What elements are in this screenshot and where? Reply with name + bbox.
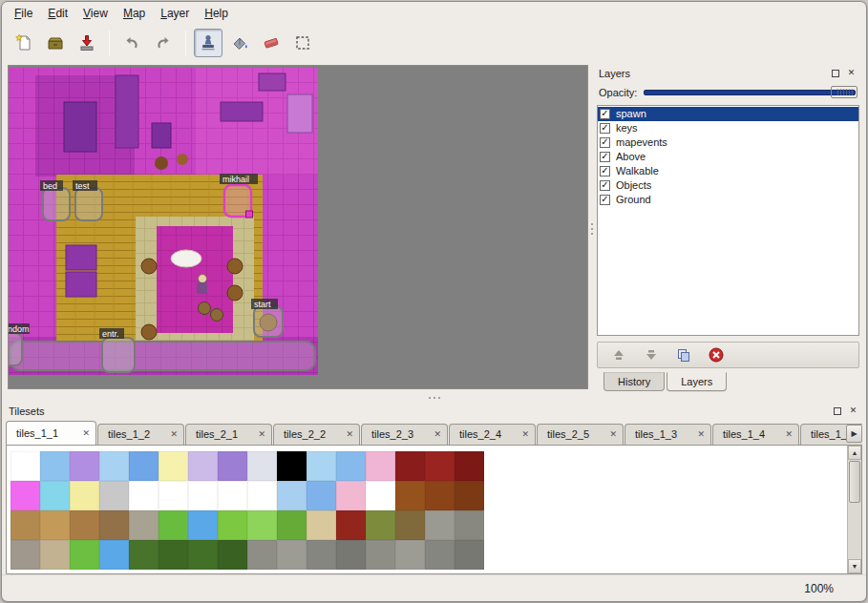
tileset-tile[interactable] (366, 451, 395, 481)
tileset-tile[interactable] (99, 451, 129, 481)
tileset-tile[interactable] (395, 481, 425, 510)
tileset-tile[interactable] (336, 481, 366, 510)
tileset-tile[interactable] (336, 540, 366, 570)
eraser-button[interactable] (257, 29, 286, 57)
tileset-tile[interactable] (277, 451, 307, 481)
tileset-tile[interactable] (188, 481, 218, 510)
map-view[interactable]: bed test mikhail (8, 65, 588, 389)
opacity-slider-handle[interactable] (831, 86, 857, 98)
layer-row-above[interactable]: ✓ Above (598, 150, 858, 164)
scrollbar-track[interactable] (848, 504, 861, 560)
tileset-tile[interactable] (425, 540, 455, 570)
tileset-tab-tiles_2_4[interactable]: tiles_2_4 ✕ (449, 424, 536, 445)
tileset-tile[interactable] (425, 451, 455, 481)
tileset-tab-tiles_1_4[interactable]: tiles_1_4 ✕ (712, 424, 799, 445)
close-icon[interactable]: ✕ (785, 429, 793, 439)
tileset-tile[interactable] (218, 481, 247, 510)
raise-layer-button[interactable] (609, 345, 628, 364)
undo-button[interactable] (117, 29, 146, 57)
layer-row-keys[interactable]: ✓ keys (598, 121, 858, 135)
tileset-tile[interactable] (40, 451, 70, 481)
tileset-tile[interactable] (307, 510, 336, 540)
scroll-down-button[interactable]: ▼ (848, 559, 861, 573)
tileset-tile[interactable] (11, 481, 40, 510)
tileset-tile[interactable] (455, 540, 484, 570)
tileset-tile[interactable] (159, 540, 188, 570)
tileset-tile[interactable] (11, 540, 40, 570)
delete-layer-button[interactable] (707, 345, 726, 364)
tileset-tile[interactable] (218, 510, 247, 540)
map-canvas[interactable]: bed test mikhail (9, 68, 318, 375)
tileset-tile[interactable] (277, 540, 307, 570)
tileset-tile[interactable] (395, 540, 425, 570)
tileset-tab-tiles_1_2[interactable]: tiles_1_2 ✕ (97, 424, 184, 445)
layer-visibility-checkbox[interactable]: ✓ (600, 152, 610, 162)
menu-view[interactable]: View (76, 5, 115, 22)
tileset-tile[interactable] (425, 481, 455, 510)
layer-visibility-checkbox[interactable]: ✓ (600, 137, 610, 148)
menu-edit[interactable]: Edit (41, 5, 74, 22)
tileset-tab-tiles_2_2[interactable]: tiles_2_2 ✕ (273, 424, 360, 445)
tileset-tile[interactable] (159, 510, 188, 540)
tileset-tile[interactable] (218, 451, 247, 481)
tileset-tile[interactable] (455, 510, 484, 540)
tileset-tile[interactable] (40, 510, 70, 540)
close-panel-button[interactable]: ✕ (847, 405, 859, 417)
tileset-tile[interactable] (336, 451, 366, 481)
new-map-button[interactable] (10, 29, 38, 57)
tileset-tile[interactable] (395, 451, 425, 481)
tileset-tile[interactable] (70, 451, 99, 481)
layer-row-objects[interactable]: ✓ Objects (598, 178, 858, 193)
menu-file[interactable]: File (8, 5, 39, 22)
tileset-tile[interactable] (307, 540, 336, 570)
tileset-tile[interactable] (159, 481, 188, 510)
tileset-tile[interactable] (277, 481, 307, 510)
tileset-tile[interactable] (247, 510, 277, 540)
close-icon[interactable]: ✕ (82, 428, 90, 438)
tileset-tab-tiles_2_3[interactable]: tiles_2_3 ✕ (361, 424, 448, 445)
tileset-tile[interactable] (129, 510, 159, 540)
tileset-tile[interactable] (70, 510, 99, 540)
tileset-view[interactable]: ▲ ▼ (6, 445, 862, 575)
tileset-tile[interactable] (366, 510, 395, 540)
menu-map[interactable]: Map (116, 5, 152, 22)
close-icon[interactable]: ✕ (434, 429, 441, 439)
bucket-fill-button[interactable] (225, 29, 254, 57)
tileset-tile[interactable] (40, 540, 70, 570)
menu-layer[interactable]: Layer (154, 5, 196, 22)
float-panel-button[interactable] (829, 67, 841, 79)
tileset-tile[interactable] (218, 540, 247, 570)
tab-layers[interactable]: Layers (667, 372, 727, 391)
layer-row-walkable[interactable]: ✓ Walkable (598, 164, 858, 178)
tileset-tab-tiles_1_1[interactable]: tiles_1_1 ✕ (6, 421, 96, 445)
layer-visibility-checkbox[interactable]: ✓ (600, 166, 610, 177)
layer-row-spawn[interactable]: ✓ spawn (598, 107, 858, 121)
tileset-tile[interactable] (336, 510, 366, 540)
map-object-mikhail[interactable]: mikhail (220, 174, 258, 218)
tileset-tile[interactable] (188, 451, 218, 481)
layer-visibility-checkbox[interactable]: ✓ (600, 109, 610, 119)
tileset-tile[interactable] (99, 510, 129, 540)
tileset-tile[interactable] (99, 540, 129, 570)
layer-row-ground[interactable]: ✓ Ground (598, 193, 858, 207)
menu-help[interactable]: Help (198, 5, 235, 22)
close-icon[interactable]: ✕ (521, 429, 529, 439)
float-panel-button[interactable] (831, 405, 843, 417)
tileset-tile[interactable] (395, 510, 425, 540)
open-map-button[interactable] (41, 29, 70, 57)
tileset-tile[interactable] (129, 540, 159, 570)
vertical-splitter[interactable] (588, 65, 596, 393)
tileset-tile[interactable] (455, 451, 484, 481)
close-icon[interactable]: ✕ (609, 429, 617, 439)
horizontal-splitter[interactable] (2, 393, 866, 403)
tileset-tile[interactable] (307, 481, 336, 510)
duplicate-layer-button[interactable] (674, 345, 693, 364)
lower-layer-button[interactable] (642, 345, 661, 364)
tileset-tile[interactable] (70, 540, 99, 570)
opacity-slider[interactable] (644, 85, 857, 99)
tileset-tab-tiles_1_3[interactable]: tiles_1_3 ✕ (625, 424, 711, 445)
tileset-tile[interactable] (366, 481, 395, 510)
layer-visibility-checkbox[interactable]: ✓ (600, 195, 610, 205)
rect-select-button[interactable] (288, 29, 317, 57)
tileset-tile[interactable] (247, 451, 277, 481)
